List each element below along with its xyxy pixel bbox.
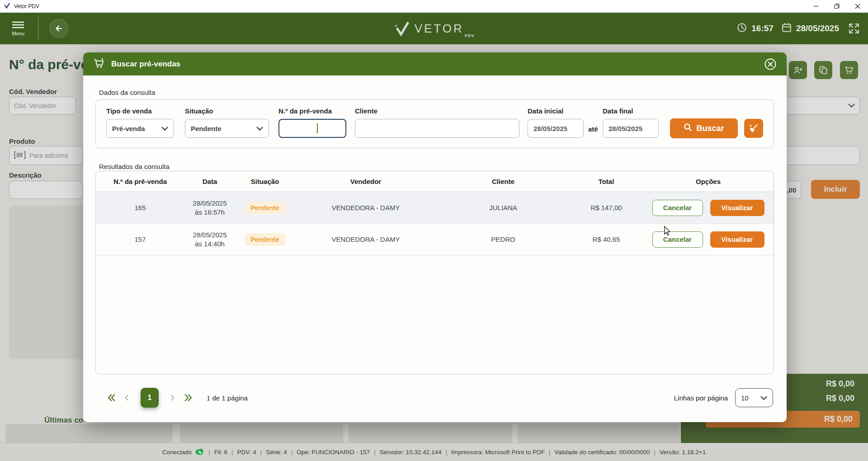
- resultados-section-title: Resultados da consulta: [99, 163, 170, 170]
- status-item: Ope: FUNCIONARIO - 157: [287, 449, 370, 456]
- vetor-check-icon: [394, 20, 410, 37]
- cell-numero: 165: [96, 204, 184, 212]
- col-header: Vendedor: [295, 178, 437, 185]
- status-item: Impressora: Microsoft Print to PDF: [441, 449, 545, 456]
- cell-total: R$ 147,00: [570, 204, 643, 212]
- modal-title: Buscar pré-vendas: [111, 60, 180, 69]
- chevron-down-icon: [256, 125, 263, 132]
- cell-data: 28/05/2025às 14:40h: [184, 231, 235, 248]
- prev-page-button[interactable]: [119, 394, 134, 401]
- text-caret: [317, 123, 318, 133]
- clear-filters-button[interactable]: [744, 119, 763, 138]
- close-modal-button[interactable]: [764, 58, 777, 71]
- header-date: 28/05/2025: [796, 24, 839, 33]
- table-row: 165 28/05/2025às 16:57h Pendente VENDEDO…: [96, 192, 774, 224]
- cliente-input[interactable]: [355, 119, 519, 138]
- col-header: N.º da pré-venda: [96, 178, 184, 185]
- app-logo-icon: [4, 2, 10, 11]
- restore-button[interactable]: [826, 0, 847, 13]
- cell-vendedor: VENDEDORA - DAMY: [295, 204, 437, 212]
- main-content: N° da pré-ve Cód. Vendedor Cód. Vendedor…: [0, 44, 868, 443]
- hamburger-icon: [12, 21, 24, 28]
- app-window: Vetor PDV Menu VETOR PDV 16:57 28/05/202…: [0, 0, 868, 461]
- visualizar-button[interactable]: Visualizar: [710, 231, 764, 248]
- numero-pre-venda-label: N.º da pré-venda: [278, 107, 332, 115]
- next-page-button[interactable]: [165, 394, 180, 401]
- data-final-input[interactable]: 28/05/2025: [603, 119, 659, 138]
- clock-icon: [737, 23, 747, 34]
- broom-icon: [749, 123, 759, 133]
- status-item: Validade do certificado: 00/00/0000: [545, 449, 650, 456]
- logo-text: VETOR: [415, 22, 464, 36]
- first-page-button[interactable]: [104, 394, 119, 402]
- minimize-button[interactable]: [806, 0, 826, 13]
- ate-label: até: [588, 125, 598, 133]
- chevron-down-icon: [161, 125, 168, 132]
- status-badge: Pendente: [245, 233, 285, 246]
- col-header: Cliente: [437, 178, 570, 185]
- menu-label: Menu: [12, 31, 24, 36]
- mouse-cursor: [664, 226, 671, 238]
- cancelar-button[interactable]: Cancelar: [652, 231, 703, 248]
- search-icon: [684, 123, 692, 134]
- cell-opcoes: Cancelar Visualizar: [643, 231, 774, 248]
- rows-per-page-label: Linhas por página: [674, 394, 728, 402]
- header-time: 16:57: [751, 24, 774, 33]
- col-header: Situação: [235, 178, 295, 185]
- menu-button[interactable]: Menu: [4, 21, 33, 36]
- situacao-select[interactable]: Pendente: [185, 119, 269, 138]
- table-row: 157 28/05/2025às 14:40h Pendente VENDEDO…: [96, 224, 774, 255]
- window-controls: [806, 0, 868, 13]
- situacao-label: Situação: [185, 107, 213, 115]
- cell-cliente: JULIANA: [437, 204, 570, 212]
- col-header: Data: [184, 178, 235, 185]
- connection-status: Conectado: [162, 448, 204, 456]
- data-inicial-input[interactable]: 28/05/2025: [528, 119, 584, 138]
- current-page-button[interactable]: 1: [141, 388, 159, 408]
- cell-data: 28/05/2025às 16:57h: [184, 199, 235, 216]
- cell-cliente: PEDRO: [437, 235, 570, 243]
- close-window-button[interactable]: [847, 0, 868, 13]
- back-arrow-icon: [54, 24, 63, 33]
- app-header: Menu VETOR PDV 16:57 28/05/2025: [0, 13, 868, 44]
- window-title: Vetor PDV: [14, 3, 39, 9]
- results-table: N.º da pré-venda Data Situação Vendedor …: [95, 171, 774, 374]
- numero-pre-venda-input[interactable]: [278, 119, 346, 138]
- table-header-row: N.º da pré-venda Data Situação Vendedor …: [96, 171, 774, 192]
- data-final-label: Data final: [603, 107, 633, 115]
- cell-total: R$ 40,65: [570, 235, 643, 243]
- col-header: Total: [570, 178, 643, 185]
- cloud-sync-icon: [195, 448, 204, 456]
- cell-vendedor: VENDEDORA - DAMY: [295, 235, 437, 243]
- col-header: Opções: [643, 178, 774, 185]
- chevron-down-icon: [760, 394, 767, 402]
- close-icon: [764, 58, 777, 71]
- status-item: Versão: 1.18.2+1: [650, 449, 706, 456]
- buscar-button[interactable]: Buscar: [670, 118, 738, 138]
- buscar-pre-vendas-modal: Buscar pré-vendas Dados da consulta Tipo…: [83, 52, 787, 422]
- cell-opcoes: Cancelar Visualizar: [643, 200, 774, 216]
- tipo-venda-select[interactable]: Pré-venda: [106, 119, 174, 138]
- calendar-icon: [782, 23, 792, 34]
- cell-numero: 157: [96, 235, 184, 243]
- status-badge: Pendente: [245, 202, 285, 214]
- pagination: 1 1 de 1 página: [104, 388, 248, 408]
- tipo-venda-label: Tipo de venda: [106, 107, 152, 115]
- cliente-label: Cliente: [355, 107, 377, 115]
- fullscreen-icon[interactable]: [848, 23, 860, 34]
- cancelar-button[interactable]: Cancelar: [652, 200, 703, 216]
- status-bar: Conectado Fil: 6 PDV: 4 Série: 4 Ope: FU…: [0, 443, 868, 461]
- logo-subtext: PDV: [465, 33, 475, 38]
- cart-icon: [93, 58, 105, 70]
- visualizar-button[interactable]: Visualizar: [710, 200, 764, 216]
- rows-per-page-select[interactable]: 10: [735, 388, 773, 407]
- data-inicial-label: Data inicial: [528, 107, 563, 115]
- status-item: Fil: 6: [204, 449, 227, 456]
- modal-header: Buscar pré-vendas: [83, 52, 787, 75]
- back-button[interactable]: [49, 19, 68, 38]
- titlebar: Vetor PDV: [0, 0, 868, 13]
- pagination-info: 1 de 1 página: [207, 394, 248, 402]
- cell-situacao: Pendente: [235, 233, 295, 246]
- last-page-button[interactable]: [180, 394, 196, 402]
- consulta-section-title: Dados da consulta: [99, 89, 155, 96]
